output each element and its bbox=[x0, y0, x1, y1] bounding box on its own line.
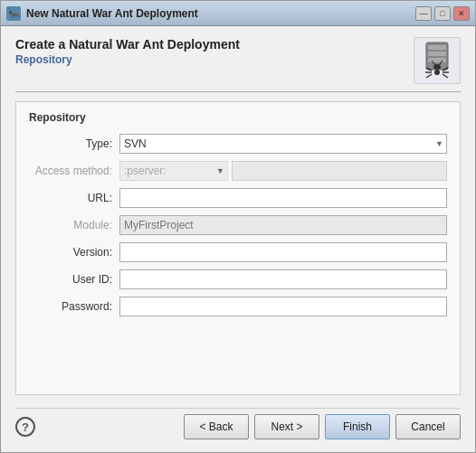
password-row: Password: bbox=[29, 296, 447, 317]
svg-rect-1 bbox=[428, 45, 446, 50]
type-select-wrapper[interactable]: SVN CVS Git ▼ bbox=[119, 134, 447, 154]
main-window: 🐜 New Natural War Ant Deployment — □ ✕ C… bbox=[0, 0, 476, 453]
header-area: Create a Natural War Ant Deployment Repo… bbox=[15, 37, 461, 84]
window-controls: — □ ✕ bbox=[415, 6, 470, 21]
footer: ? < Back Next > Finish Cancel bbox=[15, 408, 461, 443]
type-select[interactable]: SVN CVS Git bbox=[119, 134, 447, 154]
window-title: New Natural War Ant Deployment bbox=[26, 7, 415, 20]
sub-label: Repository bbox=[15, 53, 72, 66]
type-row: Type: SVN CVS Git ▼ bbox=[29, 133, 447, 155]
svg-line-7 bbox=[426, 74, 432, 78]
module-label: Module: bbox=[29, 219, 119, 231]
window-icon: 🐜 bbox=[6, 6, 21, 21]
finish-button[interactable]: Finish bbox=[325, 414, 390, 439]
main-title: Create a Natural War Ant Deployment bbox=[15, 37, 240, 52]
svg-line-10 bbox=[443, 74, 448, 78]
maximize-button[interactable]: □ bbox=[434, 6, 451, 21]
panel-title: Repository bbox=[29, 111, 447, 124]
url-label: URL: bbox=[29, 192, 119, 204]
footer-buttons: < Back Next > Finish Cancel bbox=[184, 414, 461, 439]
access-method-label: Access method: bbox=[29, 165, 119, 177]
access-method-extra-input[interactable] bbox=[232, 161, 447, 181]
password-label: Password: bbox=[29, 300, 119, 313]
module-row: Module: bbox=[29, 214, 447, 236]
ant-svg bbox=[419, 41, 455, 80]
access-method-row: Access method: :pserver: ▼ bbox=[29, 160, 447, 182]
access-method-select[interactable]: :pserver: bbox=[119, 161, 228, 181]
password-input[interactable] bbox=[119, 297, 447, 316]
next-button[interactable]: Next > bbox=[254, 414, 319, 439]
userid-input[interactable] bbox=[119, 269, 447, 289]
access-select-wrapper[interactable]: :pserver: ▼ bbox=[119, 161, 228, 181]
header-divider bbox=[15, 91, 461, 92]
svg-rect-3 bbox=[428, 58, 446, 62]
url-input[interactable] bbox=[119, 188, 447, 208]
type-label: Type: bbox=[29, 137, 119, 150]
module-input[interactable] bbox=[119, 215, 447, 235]
svg-rect-2 bbox=[428, 52, 446, 56]
cancel-button[interactable]: Cancel bbox=[395, 414, 461, 439]
userid-row: User ID: bbox=[29, 269, 447, 290]
header-text: Create a Natural War Ant Deployment Repo… bbox=[15, 37, 240, 66]
access-method-inputs: :pserver: ▼ bbox=[119, 161, 447, 181]
ant-icon-graphic bbox=[414, 37, 461, 84]
back-button[interactable]: < Back bbox=[184, 414, 249, 439]
content-area: Create a Natural War Ant Deployment Repo… bbox=[1, 26, 475, 452]
version-label: Version: bbox=[29, 246, 119, 259]
title-bar: 🐜 New Natural War Ant Deployment — □ ✕ bbox=[1, 1, 475, 26]
close-button[interactable]: ✕ bbox=[453, 6, 470, 21]
userid-label: User ID: bbox=[29, 273, 119, 286]
form-panel: Repository Type: SVN CVS Git ▼ Access me… bbox=[15, 101, 461, 395]
help-button[interactable]: ? bbox=[15, 417, 35, 437]
version-row: Version: bbox=[29, 241, 447, 263]
minimize-button[interactable]: — bbox=[415, 6, 432, 21]
version-input[interactable] bbox=[119, 242, 447, 262]
svg-point-4 bbox=[434, 70, 440, 75]
url-row: URL: bbox=[29, 187, 447, 209]
